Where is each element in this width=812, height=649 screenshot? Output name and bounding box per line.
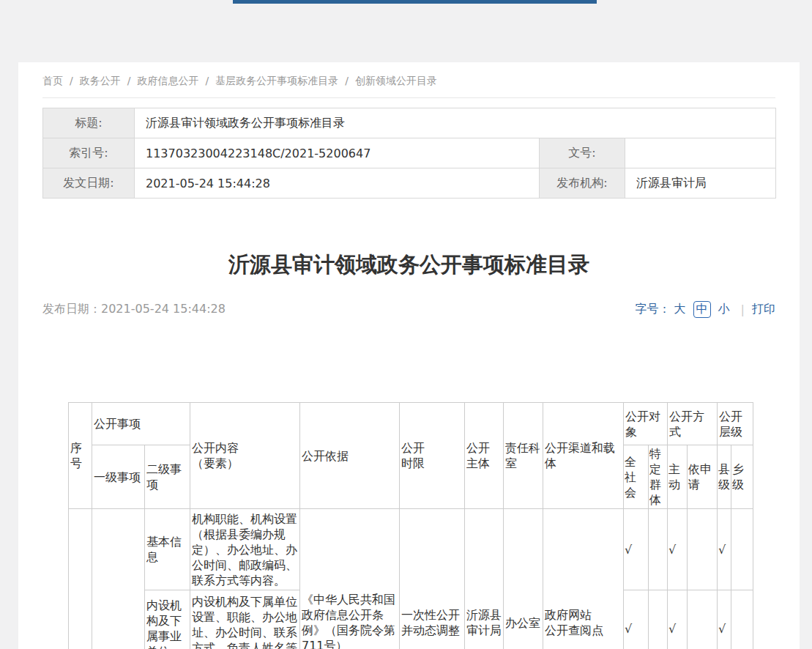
check-all-row2: √	[624, 590, 649, 649]
page-title: 沂源县审计领域政务公开事项标准目录	[42, 251, 775, 280]
header-level-group: 公开 层级	[718, 403, 753, 445]
breadcrumb-separator: /	[205, 75, 209, 86]
check-special-row1	[649, 509, 668, 590]
meta-date-value: 2021-05-24 15:44:28	[135, 168, 540, 199]
header-item-l2: 二级事 项	[145, 445, 190, 509]
header-time-limit: 公开 时限	[400, 403, 465, 509]
header-item-l1: 一级事项	[92, 445, 145, 509]
catalog-body-row-1: 基本信 息 机构职能、机构设置 （根据县委编办规 定）、办公地址、办 公时间、邮…	[69, 509, 753, 590]
cell-seq	[69, 509, 92, 649]
header-level-town: 乡 级	[731, 445, 753, 509]
meta-title-label: 标题:	[43, 108, 135, 138]
publish-date-label: 发布日期：	[42, 302, 101, 316]
meta-docnum-value	[625, 138, 776, 168]
breadcrumb-separator: /	[127, 75, 131, 86]
check-active-row1: √	[668, 509, 688, 590]
publish-toolbar-row: 发布日期：2021-05-24 15:44:28 字号： 大 中 小 | 打印	[42, 301, 775, 318]
publish-date: 发布日期：2021-05-24 15:44:28	[42, 302, 226, 317]
breadcrumb-separator: /	[70, 75, 73, 86]
cell-subject: 沂源县 审计局	[465, 509, 504, 649]
meta-docnum-label: 文号:	[540, 138, 625, 168]
cell-channel: 政府网站 公开查阅点	[543, 509, 624, 649]
header-content: 公开内容 （要素）	[190, 403, 300, 509]
catalog-table: 序 号 公开事项 公开内容 （要素） 公开依据 公开 时限 公开 主体 责任科 …	[68, 402, 753, 649]
meta-index-label: 索引号:	[43, 138, 135, 168]
cell-content-row1: 机构职能、机构设置 （根据县委编办规 定）、办公地址、办 公时间、邮政编码、 联…	[190, 509, 300, 590]
cell-department: 办公室	[504, 509, 543, 649]
check-request-row2	[688, 590, 718, 649]
check-special-row2	[649, 590, 668, 649]
font-size-medium-button[interactable]: 中	[693, 301, 711, 318]
check-county-row2: √	[718, 590, 731, 649]
header-target-group: 公开对 象	[624, 403, 668, 445]
check-county-row1: √	[718, 509, 731, 590]
check-town-row2	[731, 590, 753, 649]
cell-basis: 《中华人民共和国 政府信息公开条 例》（国务院令第 711号）	[300, 509, 400, 649]
header-department: 责任科 室	[504, 403, 543, 509]
breadcrumb-xinxi[interactable]: 政府信息公开	[137, 75, 198, 86]
header-method-active: 主 动	[668, 445, 688, 509]
catalog-header-row-1: 序 号 公开事项 公开内容 （要素） 公开依据 公开 时限 公开 主体 责任科 …	[69, 403, 753, 445]
meta-agency-value: 沂源县审计局	[625, 168, 776, 199]
header-method-group: 公开方式	[668, 403, 718, 445]
article-tools: 字号： 大 中 小 | 打印	[636, 301, 775, 318]
check-town-row1	[731, 509, 753, 590]
font-size-small-button[interactable]: 小	[718, 302, 730, 317]
header-target-special: 特 定 群 体	[649, 445, 668, 509]
font-size-label: 字号：	[636, 302, 671, 317]
document-meta-table: 标题: 沂源县审计领域政务公开事项标准目录 索引号: 1137032300422…	[42, 108, 776, 199]
cell-item-l1	[92, 509, 145, 649]
content-card: 首页/政务公开/政府信息公开/基层政务公开事项标准目录/创新领域公开目录 标题:…	[18, 62, 800, 649]
cell-item-l2-row1: 基本信 息	[145, 509, 190, 590]
meta-row-index: 索引号: 11370323004223148C/2021-5200647 文号:	[43, 138, 776, 168]
header-subject: 公开 主体	[465, 403, 504, 509]
check-active-row2: √	[668, 590, 688, 649]
publish-date-value: 2021-05-24 15:44:28	[101, 302, 226, 316]
cell-item-l2-row2: 内设机 构及下 属事业 单位	[145, 590, 190, 649]
header-basis: 公开依据	[300, 403, 400, 509]
meta-title-value: 沂源县审计领域政务公开事项标准目录	[135, 108, 776, 138]
breadcrumb-separator: /	[345, 75, 349, 86]
top-nav-bar-fragment	[233, 0, 597, 4]
check-request-row1	[688, 509, 718, 590]
meta-row-date: 发文日期: 2021-05-24 15:44:28 发布机构: 沂源县审计局	[43, 168, 776, 199]
meta-agency-label: 发布机构:	[540, 168, 625, 199]
header-method-request: 依申 请	[688, 445, 718, 509]
toolbar-divider: |	[741, 303, 745, 316]
header-channel: 公开渠道和载 体	[543, 403, 624, 509]
breadcrumb-jiceng[interactable]: 基层政务公开事项标准目录	[215, 75, 338, 86]
header-seq: 序 号	[69, 403, 92, 509]
header-item-group: 公开事项	[92, 403, 190, 445]
header-target-all: 全社 会	[624, 445, 649, 509]
print-button[interactable]: 打印	[752, 302, 775, 317]
font-size-large-button[interactable]: 大	[674, 302, 686, 317]
breadcrumb: 首页/政务公开/政府信息公开/基层政务公开事项标准目录/创新领域公开目录	[42, 62, 775, 98]
check-all-row1: √	[624, 509, 649, 590]
breadcrumb-chuangxin[interactable]: 创新领域公开目录	[355, 75, 437, 86]
meta-date-label: 发文日期:	[43, 168, 135, 199]
header-level-county: 县 级	[718, 445, 731, 509]
breadcrumb-zhengwu[interactable]: 政务公开	[80, 75, 121, 86]
cell-content-row2: 内设机构及下属单位 设置、职能、办公地 址、办公时间、联系 方式、负责人姓名等	[190, 590, 300, 649]
cell-time-limit: 一次性公开 并动态调整	[400, 509, 465, 649]
meta-row-title: 标题: 沂源县审计领域政务公开事项标准目录	[43, 108, 776, 138]
breadcrumb-home[interactable]: 首页	[42, 75, 63, 86]
meta-index-value: 11370323004223148C/2021-5200647	[135, 138, 540, 168]
